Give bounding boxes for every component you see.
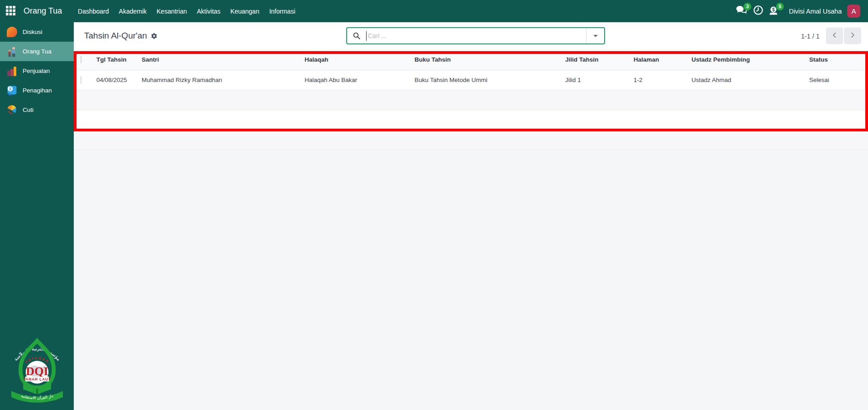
apps-menu-button[interactable]: [0, 0, 21, 22]
clock-icon: [753, 5, 763, 17]
chevron-down-icon: [593, 35, 598, 37]
discuss-icon: [6, 26, 18, 38]
menu-informasi[interactable]: Informasi: [264, 0, 300, 22]
sidebar-item-orang-tua[interactable]: Orang Tua: [0, 42, 74, 61]
svg-text:$: $: [9, 87, 11, 91]
cell-status: Selesai: [809, 70, 868, 90]
messages-button[interactable]: 3: [734, 3, 750, 19]
empty-row: [74, 130, 868, 150]
pager-next-button[interactable]: [844, 28, 861, 44]
apps-grid-icon: [6, 6, 15, 17]
search-bar: [346, 27, 605, 44]
sidebar-item-penjualan[interactable]: Penjualan: [0, 61, 74, 81]
table-row[interactable]: 04/08/2025 Muhammad Rizky Ramadhan Halaq…: [74, 70, 868, 90]
menu-dashboard[interactable]: Dashboard: [73, 0, 114, 22]
sidebar-item-label: Cuti: [23, 106, 33, 113]
chevron-right-icon: [849, 32, 856, 40]
search-input[interactable]: [367, 32, 586, 40]
column-header-halaqah[interactable]: Halaqah: [305, 49, 415, 70]
activities-count-badge: 5: [776, 3, 784, 10]
sales-icon: [6, 65, 18, 77]
invoicing-icon: $: [6, 85, 18, 96]
sidebar-item-diskusi[interactable]: Diskusi: [0, 22, 74, 42]
cell-halaman: 1-2: [634, 70, 692, 90]
pager-range: 1-1 / 1: [801, 32, 820, 39]
school-logo: مؤسسة التربية الاسلامية YAYASAN DQI TANA…: [9, 328, 66, 408]
activity-clock-button[interactable]: [750, 3, 766, 19]
svg-text:$: $: [772, 7, 775, 12]
navbar-systray: 3 $ 5 Divisi Amal Usaha A: [734, 3, 868, 19]
menu-aktivitas[interactable]: Aktivitas: [192, 0, 225, 22]
column-header-status[interactable]: Status: [809, 49, 868, 70]
app-brand[interactable]: Orang Tua: [24, 6, 62, 16]
main-content: Tahsin Al-Qur'an 1-1 / 1: [74, 22, 868, 410]
sidebar-item-label: Diskusi: [23, 29, 43, 35]
pager-previous-button[interactable]: [826, 28, 843, 44]
select-all-checkbox[interactable]: [81, 56, 81, 63]
empty-row: [74, 90, 868, 110]
cell-ustadz: Ustadz Ahmad: [692, 70, 809, 90]
empty-row: [74, 110, 868, 130]
logo-acronym: DQI: [26, 365, 48, 378]
column-header-santri[interactable]: Santri: [142, 49, 305, 70]
column-header-halaman[interactable]: Halaman: [634, 49, 692, 70]
cell-halaqah: Halaqah Abu Bakar: [305, 70, 415, 90]
sidebar-item-label: Penjualan: [23, 68, 50, 74]
logo-region: TANAH LAUT: [23, 377, 51, 381]
sales-activity-button[interactable]: $ 5: [766, 3, 782, 19]
column-header-jilid-tahsin[interactable]: Jilid Tahsin: [565, 49, 634, 70]
list-view: Tgl Tahsin Santri Halaqah Buku Tahsin Ji…: [74, 49, 868, 150]
top-navbar: Orang Tua Dashboard Akademik Kesantrian …: [0, 0, 868, 22]
menu-keuangan[interactable]: Keuangan: [225, 0, 264, 22]
timeoff-icon: [6, 104, 18, 116]
column-header-ustadz[interactable]: Ustadz Pembimbing: [692, 49, 809, 70]
parents-icon: [6, 46, 18, 58]
menu-kesantrian[interactable]: Kesantrian: [152, 0, 192, 22]
user-avatar: A: [847, 5, 860, 18]
sidebar-item-penagihan[interactable]: $ Penagihan: [0, 81, 74, 100]
cell-santri: Muhammad Rizky Ramadhan: [142, 70, 305, 90]
search-dropdown-toggle[interactable]: [586, 28, 604, 43]
column-header-buku-tahsin[interactable]: Buku Tahsin: [415, 49, 565, 70]
search-icon: [353, 32, 361, 40]
cell-jilid-tahsin: Jilid 1: [565, 70, 634, 90]
cell-tgl-tahsin: 04/08/2025: [96, 70, 142, 90]
row-checkbox[interactable]: [81, 76, 81, 84]
menu-akademik[interactable]: Akademik: [114, 0, 152, 22]
chevron-left-icon: [831, 32, 838, 40]
sidebar-item-label: Penagihan: [23, 87, 52, 94]
user-menu[interactable]: Divisi Amal Usaha A: [789, 5, 860, 18]
table-header-row: Tgl Tahsin Santri Halaqah Buku Tahsin Ji…: [74, 49, 868, 70]
main-menu: Dashboard Akademik Kesantrian Aktivitas …: [73, 0, 300, 22]
control-panel: Tahsin Al-Qur'an 1-1 / 1: [74, 22, 868, 49]
sidebar: Diskusi Orang Tua Penjua: [0, 22, 74, 410]
sidebar-item-label: Orang Tua: [23, 48, 52, 55]
page-title: Tahsin Al-Qur'an: [84, 31, 147, 41]
column-header-tgl-tahsin[interactable]: Tgl Tahsin: [96, 49, 142, 70]
sidebar-item-cuti[interactable]: Cuti: [0, 100, 74, 120]
user-name: Divisi Amal Usaha: [789, 8, 842, 15]
cell-buku-tahsin: Buku Tahsin Metode Ummi: [415, 70, 565, 90]
pager: 1-1 / 1: [801, 28, 861, 44]
gear-icon[interactable]: [151, 33, 157, 39]
